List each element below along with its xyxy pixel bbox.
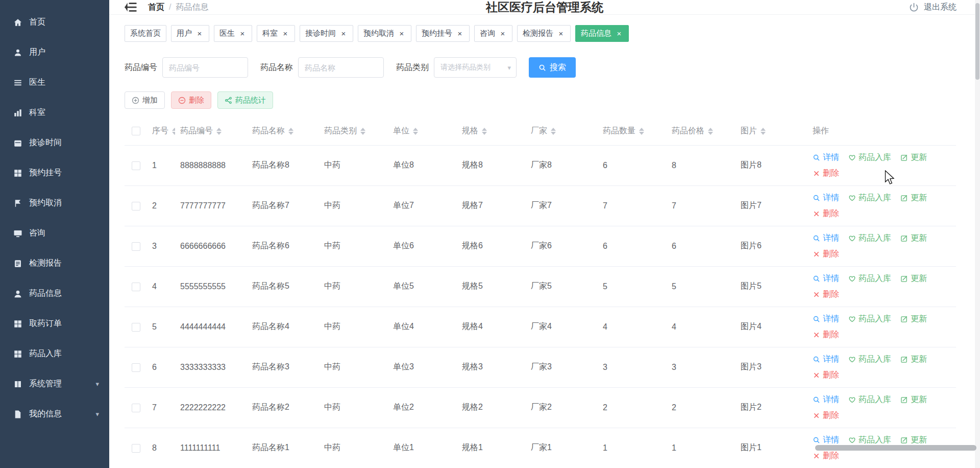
sort-caret-icon[interactable] <box>761 128 766 135</box>
sort-caret-icon[interactable] <box>172 128 175 135</box>
stock-in-link[interactable]: 药品入库 <box>848 394 891 405</box>
detail-link[interactable]: 详情 <box>813 314 839 324</box>
column-header-5[interactable]: 规格 <box>457 117 526 145</box>
sidebar-item-home[interactable]: 首页 <box>0 7 109 37</box>
tab-6[interactable]: 预约挂号× <box>416 25 470 42</box>
row-checkbox[interactable] <box>132 444 140 453</box>
row-checkbox[interactable] <box>132 283 140 291</box>
row-checkbox[interactable] <box>132 323 140 332</box>
sidebar-item-drug-info[interactable]: 药品信息 <box>0 278 109 309</box>
tab-2[interactable]: 医生× <box>214 25 252 42</box>
sort-caret-icon[interactable] <box>360 128 365 135</box>
row-checkbox[interactable] <box>132 202 140 210</box>
row-checkbox[interactable] <box>132 242 140 251</box>
logout-button[interactable]: 退出系统 <box>909 2 957 13</box>
add-button[interactable]: 增加 <box>125 91 165 109</box>
tab-3[interactable]: 科室× <box>257 25 295 42</box>
update-link[interactable]: 更新 <box>900 394 927 405</box>
update-link[interactable]: 更新 <box>900 273 927 284</box>
sidebar-item-test-report[interactable]: 检测报告 <box>0 248 109 278</box>
stock-in-link[interactable]: 药品入库 <box>848 273 891 284</box>
sidebar-item-department[interactable]: 科室 <box>0 98 109 128</box>
close-icon[interactable]: × <box>195 30 204 38</box>
close-icon[interactable]: × <box>238 30 247 38</box>
row-checkbox[interactable] <box>132 363 140 372</box>
sort-caret-icon[interactable] <box>551 128 556 135</box>
tab-0[interactable]: 系统首页 <box>125 25 166 42</box>
tab-5[interactable]: 预约取消× <box>358 25 411 42</box>
delete-link[interactable]: 删除 <box>813 330 839 340</box>
sort-caret-icon[interactable] <box>413 128 418 135</box>
update-link[interactable]: 更新 <box>900 354 927 365</box>
update-link[interactable]: 更新 <box>900 152 927 163</box>
sidebar-item-doctor[interactable]: 医生 <box>0 67 109 98</box>
sidebar-item-appointment[interactable]: 预约挂号 <box>0 158 109 188</box>
close-icon[interactable]: × <box>456 30 464 38</box>
update-link[interactable]: 更新 <box>900 435 927 446</box>
close-icon[interactable]: × <box>557 30 565 38</box>
tab-8[interactable]: 检测报告× <box>517 25 571 42</box>
sort-caret-icon[interactable] <box>288 128 293 135</box>
hamburger-icon[interactable] <box>124 0 138 14</box>
sidebar-item-drug-stock-in[interactable]: 药品入库 <box>0 339 109 369</box>
close-icon[interactable]: × <box>499 30 507 38</box>
update-link[interactable]: 更新 <box>900 233 927 244</box>
column-header-4[interactable]: 单位 <box>388 117 457 145</box>
column-header-1[interactable]: 药品编号 <box>175 117 247 145</box>
column-header-0[interactable]: 序号 <box>147 117 175 145</box>
row-checkbox[interactable] <box>132 161 140 170</box>
vertical-scrollbar[interactable] <box>975 0 980 468</box>
tab-4[interactable]: 接诊时间× <box>300 25 353 42</box>
detail-link[interactable]: 详情 <box>813 394 839 405</box>
sort-caret-icon[interactable] <box>708 128 713 135</box>
breadcrumb-home[interactable]: 首页 <box>148 2 164 13</box>
detail-link[interactable]: 详情 <box>813 435 839 446</box>
close-icon[interactable]: × <box>339 30 348 38</box>
drug-code-input[interactable] <box>162 57 248 78</box>
update-link[interactable]: 更新 <box>900 193 927 203</box>
vertical-scrollbar-thumb[interactable] <box>975 3 979 80</box>
delete-link[interactable]: 删除 <box>813 168 839 179</box>
detail-link[interactable]: 详情 <box>813 152 839 163</box>
sidebar-item-appointment-cancel[interactable]: 预约取消 <box>0 188 109 218</box>
detail-link[interactable]: 详情 <box>813 354 839 365</box>
select-all-checkbox[interactable] <box>132 127 140 135</box>
column-header-3[interactable]: 药品类别 <box>319 117 388 145</box>
stock-in-link[interactable]: 药品入库 <box>848 152 891 163</box>
close-icon[interactable]: × <box>615 30 623 38</box>
delete-button[interactable]: 删除 <box>171 91 211 109</box>
stock-in-link[interactable]: 药品入库 <box>848 233 891 244</box>
stock-in-link[interactable]: 药品入库 <box>848 354 891 365</box>
horizontal-scrollbar-thumb[interactable] <box>815 445 976 451</box>
delete-link[interactable]: 删除 <box>813 451 839 461</box>
row-checkbox[interactable] <box>132 404 140 412</box>
detail-link[interactable]: 详情 <box>813 273 839 284</box>
sort-caret-icon[interactable] <box>216 128 222 135</box>
sidebar-item-pickup-order[interactable]: 取药订单 <box>0 309 109 339</box>
drug-name-input[interactable] <box>298 57 384 78</box>
sidebar-item-reception-time[interactable]: 接诊时间 <box>0 128 109 158</box>
column-header-6[interactable]: 厂家 <box>526 117 598 145</box>
stock-in-link[interactable]: 药品入库 <box>848 435 891 446</box>
sort-caret-icon[interactable] <box>482 128 487 135</box>
sidebar-item-my-info[interactable]: 我的信息▾ <box>0 399 109 429</box>
tab-7[interactable]: 咨询× <box>474 25 512 42</box>
tab-1[interactable]: 用户× <box>171 25 209 42</box>
delete-link[interactable]: 删除 <box>813 289 839 300</box>
delete-link[interactable]: 删除 <box>813 370 839 381</box>
delete-link[interactable]: 删除 <box>813 208 839 219</box>
sort-caret-icon[interactable] <box>639 128 644 135</box>
column-header-8[interactable]: 药品价格 <box>667 117 736 145</box>
close-icon[interactable]: × <box>398 30 406 38</box>
column-header-7[interactable]: 药品数量 <box>598 117 667 145</box>
delete-link[interactable]: 删除 <box>813 249 839 260</box>
drug-category-select[interactable]: 请选择药品类别 ▾ <box>434 57 517 78</box>
tab-9[interactable]: 药品信息× <box>575 25 629 42</box>
delete-link[interactable]: 删除 <box>813 410 839 421</box>
close-icon[interactable]: × <box>281 30 289 38</box>
search-button[interactable]: 搜索 <box>529 57 576 78</box>
sidebar-item-user[interactable]: 用户 <box>0 37 109 67</box>
column-header-9[interactable]: 图片 <box>736 117 807 145</box>
drug-stats-button[interactable]: 药品统计 <box>217 91 273 109</box>
column-header-2[interactable]: 药品名称 <box>247 117 319 145</box>
